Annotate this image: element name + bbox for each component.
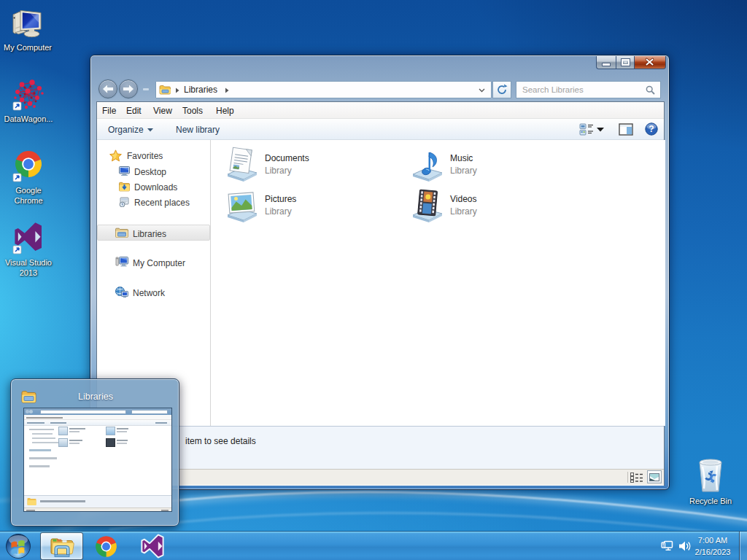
svg-text:?: ? (649, 124, 654, 134)
